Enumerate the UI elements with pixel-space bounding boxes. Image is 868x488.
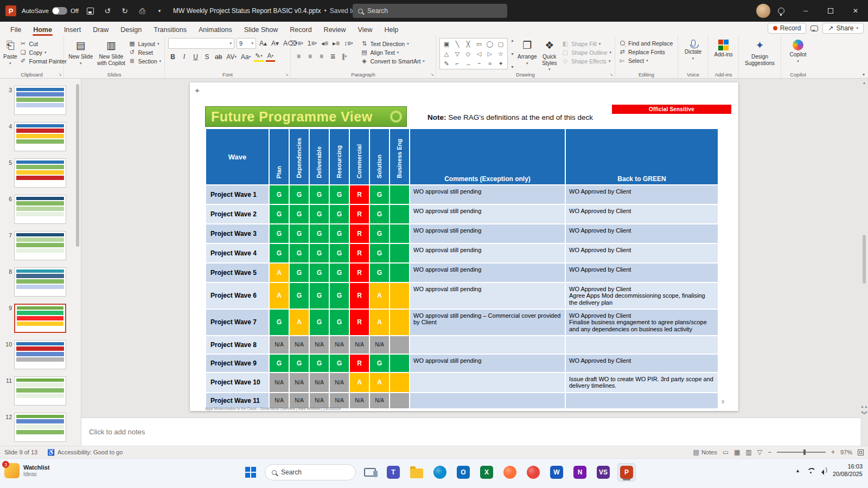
- status-cell-dependencies[interactable]: G: [289, 243, 309, 263]
- status-cell-commercial[interactable]: R: [349, 309, 369, 336]
- slide-thumbnail[interactable]: [14, 195, 66, 224]
- microsoft-edge-icon[interactable]: [431, 463, 449, 481]
- back-to-green-cell[interactable]: WO Approved by Client: [565, 224, 718, 243]
- zoom-in-button[interactable]: +: [831, 448, 835, 456]
- slide-title-box[interactable]: Future Programme View: [205, 106, 407, 127]
- convert-smartart-button[interactable]: ◈Convert to SmartArt▾: [361, 57, 425, 65]
- slide-counter[interactable]: Slide 9 of 13: [4, 449, 37, 455]
- status-cell-business-eng[interactable]: [390, 282, 410, 309]
- status-cell-commercial[interactable]: A: [349, 373, 369, 393]
- tab-review[interactable]: Review: [318, 24, 352, 36]
- cut-button[interactable]: ✂Cut: [20, 40, 67, 47]
- back-to-green-cell[interactable]: WO Approved by Client Finalise business …: [565, 309, 718, 336]
- wave-cell[interactable]: Project Wave 1: [206, 185, 269, 204]
- status-cell-dependencies[interactable]: G: [289, 282, 309, 309]
- scroll-up-icon[interactable]: ▲: [510, 38, 514, 42]
- align-center-button[interactable]: ≡: [305, 51, 315, 61]
- tips-icon[interactable]: [778, 8, 784, 14]
- start-button[interactable]: [241, 463, 260, 481]
- shape-icon[interactable]: ~: [477, 60, 481, 67]
- status-cell-deliverable[interactable]: G: [309, 282, 329, 309]
- gallery-more-icon[interactable]: ▼: [510, 65, 514, 69]
- status-cell-deliverable[interactable]: N/A: [309, 393, 329, 409]
- status-cell-solution[interactable]: G: [369, 243, 390, 263]
- justify-button[interactable]: ≣: [328, 51, 337, 61]
- font-dialog-launcher[interactable]: ↘: [285, 72, 289, 77]
- quick-styles-button[interactable]: ❖ Quick Styles ▾: [540, 38, 559, 72]
- copilot-button[interactable]: Copilot ▾: [784, 38, 812, 63]
- record-button[interactable]: Record: [768, 23, 807, 34]
- status-cell-deliverable[interactable]: G: [309, 354, 329, 373]
- highlight-color-button[interactable]: ✎▾: [254, 52, 264, 62]
- slideshow-view-button[interactable]: ▽: [757, 448, 762, 456]
- onenote-icon[interactable]: N: [571, 463, 589, 481]
- slide-canvas[interactable]: ✦ Future Programme View Note: See RAG's …: [190, 82, 738, 411]
- maximize-button[interactable]: [818, 0, 843, 22]
- status-cell-commercial[interactable]: R: [349, 263, 369, 282]
- zoom-out-button[interactable]: −: [768, 448, 771, 456]
- status-cell-plan[interactable]: G: [269, 185, 289, 204]
- shape-outline-button[interactable]: ▢Shape Outline▾: [561, 49, 611, 56]
- layout-button[interactable]: ▦Layout▾: [128, 40, 161, 47]
- status-cell-commercial[interactable]: N/A: [349, 393, 369, 409]
- status-cell-deliverable[interactable]: N/A: [309, 336, 329, 354]
- shape-icon[interactable]: →: [465, 60, 471, 67]
- tab-file[interactable]: File: [4, 24, 27, 36]
- task-view-icon[interactable]: [361, 463, 379, 481]
- status-cell-plan[interactable]: G: [269, 243, 289, 263]
- status-cell-commercial[interactable]: R: [349, 282, 369, 309]
- comments-icon[interactable]: [810, 25, 818, 31]
- notes-pane[interactable]: Click to add notes: [81, 418, 860, 446]
- status-cell-plan[interactable]: G: [269, 309, 289, 336]
- status-cell-dependencies[interactable]: N/A: [289, 373, 309, 393]
- wave-cell[interactable]: Project Wave 6: [206, 282, 269, 309]
- search-box[interactable]: Search: [353, 4, 507, 18]
- chrome-icon[interactable]: [524, 463, 542, 481]
- reset-button[interactable]: ↺Reset: [128, 49, 161, 56]
- status-cell-resourcing[interactable]: G: [329, 224, 349, 243]
- share-button[interactable]: ↗ Share ▾: [822, 23, 864, 34]
- microsoft-teams-icon[interactable]: T: [384, 463, 403, 481]
- status-cell-resourcing[interactable]: G: [329, 263, 349, 282]
- shape-icon[interactable]: ▷: [488, 50, 492, 57]
- wifi-icon[interactable]: [807, 468, 814, 473]
- slide-thumbnail[interactable]: [14, 267, 66, 297]
- status-cell-dependencies[interactable]: G: [289, 204, 309, 224]
- slide-thumbnail[interactable]: [14, 122, 66, 151]
- increase-font-size-button[interactable]: A▴: [258, 38, 268, 49]
- shapes-gallery[interactable]: ▣╲╳▭◯▢△▽◇◁▷☆✎⌐→~≈✦: [439, 38, 508, 69]
- dictate-button[interactable]: Dictate ▾: [681, 38, 705, 61]
- status-cell-commercial[interactable]: R: [349, 204, 369, 224]
- status-cell-solution[interactable]: G: [369, 354, 390, 373]
- classification-badge[interactable]: Official Sensitive: [612, 105, 731, 114]
- status-cell-deliverable[interactable]: G: [309, 263, 329, 282]
- format-painter-button[interactable]: ✐Format Painter: [20, 57, 67, 65]
- comments-cell[interactable]: WO approval still pending: [410, 282, 565, 309]
- outlook-icon[interactable]: O: [454, 463, 473, 481]
- back-to-green-cell[interactable]: WO Approved by Client: [565, 354, 718, 373]
- slide-thumbnail[interactable]: [14, 413, 66, 442]
- section-button[interactable]: ≣Section▾: [128, 57, 161, 65]
- minimize-button[interactable]: ─: [793, 0, 818, 22]
- status-cell-deliverable[interactable]: G: [309, 243, 329, 263]
- shape-icon[interactable]: ▽: [455, 50, 459, 57]
- shape-icon[interactable]: ✦: [498, 60, 503, 67]
- back-to-green-cell[interactable]: WO Approved by Client Agree Apps Mod dec…: [565, 282, 718, 309]
- italic-button[interactable]: I: [180, 52, 189, 62]
- comments-cell[interactable]: WO approval still pending: [410, 243, 565, 263]
- fit-to-window-button[interactable]: [858, 450, 864, 455]
- slide-thumbnail[interactable]: [14, 340, 66, 369]
- comments-cell[interactable]: WO approval still pending: [410, 224, 565, 243]
- shape-icon[interactable]: ≈: [488, 60, 492, 67]
- back-to-green-cell[interactable]: [565, 336, 718, 354]
- slide-note[interactable]: Note: See RAG's definitions at the end o…: [427, 113, 593, 121]
- paste-button[interactable]: ⎗ Paste ▾: [3, 38, 17, 66]
- scroll-down-icon[interactable]: ▼: [510, 52, 514, 56]
- reading-view-button[interactable]: ▥: [745, 448, 751, 456]
- slide-thumbnail[interactable]: [14, 158, 66, 188]
- status-cell-resourcing[interactable]: N/A: [329, 336, 349, 354]
- text-direction-button[interactable]: ⇅Text Direction▾: [361, 40, 425, 47]
- copy-button[interactable]: ❏Copy▾: [20, 49, 67, 56]
- status-cell-business-eng[interactable]: [390, 354, 410, 373]
- next-slide-button[interactable]: ▼▼: [860, 410, 868, 414]
